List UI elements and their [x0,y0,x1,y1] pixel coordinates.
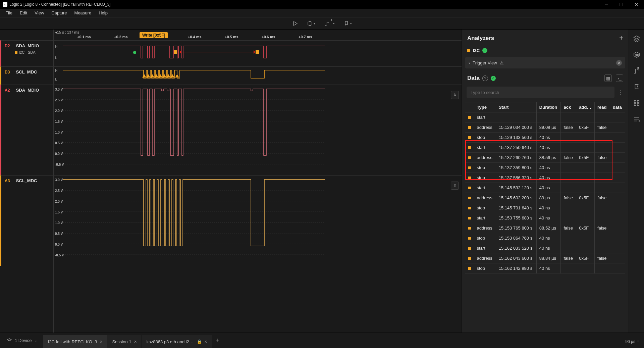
menu-file[interactable]: File [2,9,16,16]
row-color-icon [468,267,471,270]
channel-a2[interactable]: A2 SDA_MDIO [0,85,53,175]
menu-help[interactable]: Help [95,9,111,16]
maximize-button[interactable]: ❐ [614,0,629,9]
timing-marker-a[interactable] [174,50,177,54]
minimize-button[interactable]: ─ [599,0,614,9]
table-row[interactable]: start15.153 755 680 s40 ns [465,213,625,223]
row-color-icon [468,177,471,179]
table-row[interactable]: stop15.129 133 560 s40 ns [465,133,625,143]
table-row[interactable]: stop15.153 864 760 s40 ns [465,233,625,243]
row-color-icon [468,166,471,169]
row-color-icon [468,207,471,209]
measurements-icon[interactable]: 3 [633,67,640,74]
close-tab-button[interactable]: × [205,339,207,344]
analyzer-name[interactable]: I2C [473,48,480,53]
menu-view[interactable]: View [31,9,47,16]
layers-icon[interactable] [633,35,640,42]
table-view-button[interactable]: ▦ [604,74,612,82]
table-row[interactable]: stop15.162 142 880 s40 ns [465,263,625,274]
timing-arrow [180,52,254,52]
check-icon: ✓ [491,76,496,81]
svg-text:1F: 1F [635,53,639,57]
session-tab[interactable]: Session 1× [107,335,142,348]
clear-trigger-button[interactable]: ✕ [616,60,622,66]
lock-icon: 🔒 [197,339,202,344]
close-tab-button[interactable]: × [134,339,137,344]
row-color-icon [468,116,471,119]
session-tab[interactable]: I2C fail with REFCLKO_3× [43,335,108,348]
i2c-annotation[interactable]: Write [0x5F] [140,32,168,38]
zoom-indicator[interactable]: 96 µs⌃ [625,339,639,344]
menu-measure[interactable]: Measure [71,9,95,16]
row-color-icon [468,187,471,189]
trigger-view-row[interactable]: › Trigger View ⚠ ✕ [465,57,625,68]
channel-d3[interactable]: D3 SCL_MDC [0,66,53,85]
add-analyzer-button[interactable]: + [619,34,623,42]
terminal-view-button[interactable]: ›_ [616,74,623,82]
table-row[interactable]: address15.162 043 600 s88.84 µsfalse0x5F… [465,253,625,263]
data-title: Data [467,75,480,82]
new-tab-button[interactable]: + [212,334,222,347]
table-row[interactable]: address15.153 765 800 s88.52 µsfalse0x5F… [465,223,625,233]
svg-text:3: 3 [637,67,639,70]
row-color-icon [468,126,471,129]
table-row[interactable]: start15.145 592 120 s40 ns [465,183,625,193]
table-row[interactable]: address15.145 602 200 s89 µsfalse0x5Ffal… [465,193,625,203]
row-color-icon [468,197,471,199]
menu-edit[interactable]: Edit [16,9,31,16]
table-row[interactable]: start15.162 033 520 s40 ns [465,243,625,253]
table-row[interactable]: stop15.137 359 800 s40 ns [465,163,625,173]
chevron-right-icon: › [469,60,470,65]
row-color-icon [468,237,471,240]
table-row[interactable]: start15.137 250 640 s40 ns [465,143,625,153]
channel-d2[interactable]: D2 SDA_MDIO I2C - SDA [0,40,53,66]
check-icon: ✓ [482,48,487,53]
measurements-button[interactable]: +▾ [324,20,335,27]
markers-icon[interactable] [633,83,640,91]
table-row[interactable]: address15.129 034 000 s89.08 µsfalse0x5F… [465,122,625,133]
row-color-icon [468,227,471,230]
table-row[interactable]: start [465,112,625,122]
play-button[interactable] [292,20,298,27]
row-color-icon [468,257,471,260]
waveform-viewport[interactable]: ◂15 s : 137 ms +0.1 ms +0.2 ms +0.3 ms +… [54,30,462,333]
table-row[interactable]: address15.137 260 760 s88.56 µsfalse0x5F… [465,153,625,163]
more-options-button[interactable]: ⋮ [618,89,624,96]
right-sidebar: 1F 3 [629,30,644,333]
warning-icon: ⚠ [500,60,504,65]
capture-settings-button[interactable]: ▾ [307,20,315,27]
chevron-down-icon: ⌄ [35,339,37,342]
timeline-ruler[interactable]: ◂15 s : 137 ms +0.1 ms +0.2 ms +0.3 ms +… [54,30,462,40]
data-table[interactable]: Type Start Duration ack add… read data s… [465,102,625,274]
channel-label-column: D2 SDA_MDIO I2C - SDA D3 SCL_MDC A2 SDA_… [0,30,54,333]
close-tab-button[interactable]: × [100,339,102,344]
analyzers-icon[interactable]: 1F [633,51,640,58]
menu-capture[interactable]: Capture [48,9,70,16]
session-tab[interactable]: ksz8863 p3 eth and i2c w…🔒× [142,335,212,348]
marker-button[interactable]: ▾ [343,20,352,27]
row-color-icon [468,146,471,149]
notes-icon[interactable] [633,115,640,123]
expand-vertical-button[interactable]: ⇳ [451,182,459,190]
svg-rect-21 [637,104,639,106]
event-marker-icon [133,51,136,54]
device-button[interactable]: 1 Device ⌄ [3,336,41,345]
channel-a3[interactable]: A3 SCL_MDC [0,175,53,266]
expand-vertical-button[interactable]: ⇳ [451,91,459,99]
svg-rect-20 [634,104,636,106]
close-button[interactable]: ✕ [629,0,644,9]
window-title: Logic 2 [Logic 8 - Connected] [I2C fail … [9,2,110,7]
row-color-icon [468,136,471,139]
row-color-icon [468,247,471,250]
extensions-icon[interactable] [633,99,640,107]
help-icon[interactable]: ? [482,76,488,81]
menubar: File Edit View Capture Measure Help [0,9,644,17]
bottom-bar: 1 Device ⌄ I2C fail with REFCLKO_3×Sessi… [0,333,644,348]
app-icon: ○ [3,2,7,7]
search-input[interactable] [467,87,614,98]
table-row[interactable]: stop15.137 586 320 s40 ns [465,173,625,183]
svg-rect-18 [634,101,636,103]
table-row[interactable]: stop15.145 701 640 s40 ns [465,203,625,213]
right-panel: Analyzers + I2C ✓ › Trigger View ⚠ ✕ Dat… [462,30,629,333]
row-color-icon [468,217,471,219]
